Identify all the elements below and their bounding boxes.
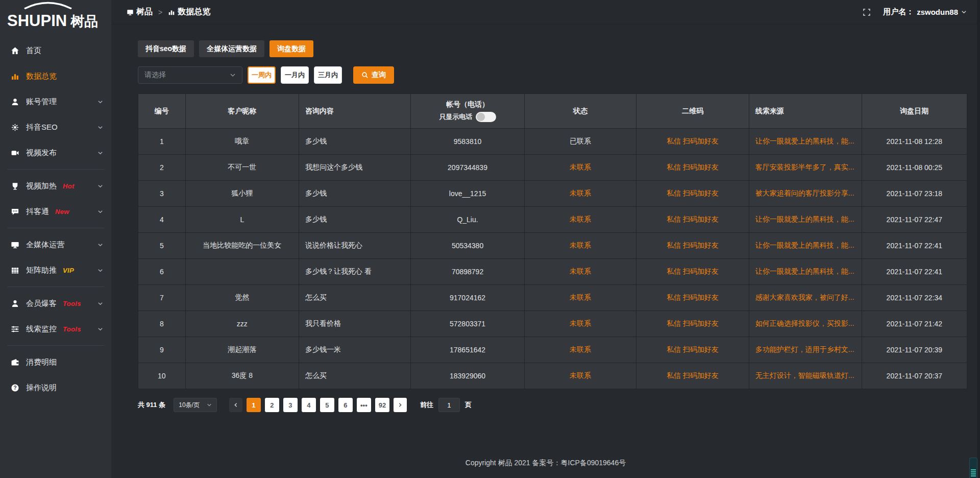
cell-source-link[interactable]: 让你一眼就爱上的黑科技，能...	[749, 129, 862, 155]
cell-nickname: 不可一世	[185, 155, 299, 181]
next-page-button[interactable]	[394, 398, 407, 412]
cell-status: 未联系	[524, 363, 636, 389]
search-button[interactable]: 查询	[353, 66, 394, 84]
page-button[interactable]: 6	[338, 398, 353, 412]
sidebar-item[interactable]: 首页	[0, 38, 111, 63]
sidebar-item[interactable]: 抖客通New	[0, 199, 111, 224]
fullscreen-icon[interactable]	[863, 8, 871, 16]
table-row: 9潮起潮落多少钱一米178651642未联系私信 扫码加好友多功能护栏灯，适用于…	[138, 337, 967, 363]
help-icon: ?	[10, 383, 19, 392]
cell-status: 未联系	[524, 311, 636, 337]
chevron-down-icon	[961, 9, 967, 15]
filter-bar: 请选择 一周内一月内三月内 查询	[138, 66, 967, 84]
cell-content: 多少钱？让我死心 看	[299, 259, 411, 285]
monitor-icon	[10, 240, 19, 249]
breadcrumb-separator: >	[158, 8, 162, 16]
chevron-down-icon	[97, 125, 103, 130]
username-value: zswodun88	[917, 8, 958, 16]
sidebar-divider	[7, 169, 104, 170]
page-button[interactable]: 1	[247, 398, 261, 412]
cell-source-link[interactable]: 感谢大家喜欢我家，被问了好...	[749, 285, 862, 311]
goto-unit: 页	[465, 400, 472, 410]
cell-source-link[interactable]: 让你一眼就爱上的黑科技，能...	[749, 233, 862, 259]
sidebar-item[interactable]: 视频加热Hot	[0, 173, 111, 199]
cell-date: 2021-11-08 00:25	[862, 155, 967, 181]
sidebar-item[interactable]: ?操作说明	[0, 375, 111, 400]
period-button[interactable]: 一周内	[248, 66, 276, 84]
period-button[interactable]: 三月内	[314, 66, 342, 84]
chevron-down-icon	[97, 268, 103, 273]
cell-source-link[interactable]: 让你一眼就爱上的黑科技，能...	[749, 259, 862, 285]
cell-nickname: 36度 8	[185, 363, 299, 389]
sidebar-item[interactable]: 账号管理	[0, 89, 111, 114]
page-button[interactable]: 3	[283, 398, 298, 412]
sidebar-item[interactable]: 视频发布	[0, 140, 111, 165]
tab-询盘数据[interactable]: 询盘数据	[270, 40, 313, 57]
sidebar-item[interactable]: 矩阵助推VIP	[0, 257, 111, 283]
sidebar-divider	[7, 345, 104, 346]
breadcrumb-item-page[interactable]: 数据总览	[168, 7, 210, 17]
cell-source-link[interactable]: 客厅安装投影半年多了，真实...	[749, 155, 862, 181]
cell-date: 2021-11-07 22:41	[862, 233, 967, 259]
page-size-select[interactable]: 10条/页	[174, 398, 217, 412]
cell-source-link[interactable]: 被大家追着问的客厅投影分享...	[749, 181, 862, 207]
sidebar-item[interactable]: 线索监控Tools	[0, 316, 111, 342]
page-button[interactable]: 5	[320, 398, 334, 412]
sidebar-item[interactable]: 数据总览	[0, 63, 111, 89]
content: 抖音seo数据全媒体运营数据询盘数据 请选择 一周内一月内三月内 查询 编号客户…	[111, 25, 980, 412]
sidebar-item-badge: Tools	[63, 300, 81, 307]
cell-qrcode-link[interactable]: 私信 扫码加好友	[636, 285, 749, 311]
cell-qrcode-link[interactable]: 私信 扫码加好友	[636, 363, 749, 389]
chart-icon	[10, 71, 19, 81]
cell-source-link[interactable]: 让你一眼就爱上的黑科技，能...	[749, 207, 862, 233]
cell-account: Q_Liu.	[411, 207, 524, 233]
page-button[interactable]: 2	[265, 398, 279, 412]
user-menu[interactable]: 用户名：zswodun88	[883, 7, 967, 17]
cell-id: 4	[138, 207, 186, 233]
svg-text:?: ?	[13, 385, 16, 390]
goto-page-input[interactable]	[438, 398, 460, 412]
pagination-ellipsis[interactable]: •••	[357, 398, 371, 412]
tab-全媒体运营数据[interactable]: 全媒体运营数据	[199, 40, 264, 57]
sidebar-item[interactable]: 会员爆客Tools	[0, 291, 111, 316]
tab-抖音seo数据[interactable]: 抖音seo数据	[138, 40, 194, 57]
sidebar-item[interactable]: 抖音SEO	[0, 114, 111, 140]
logo-text-en: SHUPIN	[7, 13, 67, 29]
sidebar-item-badge: Tools	[63, 325, 81, 333]
page-button[interactable]: 4	[302, 398, 316, 412]
cell-qrcode-link[interactable]: 私信 扫码加好友	[636, 337, 749, 363]
search-icon	[361, 71, 369, 79]
breadcrumb: 树品 > 数据总览	[127, 7, 210, 17]
period-button[interactable]: 一月内	[281, 66, 309, 84]
page-button[interactable]: 92	[375, 398, 389, 412]
sidebar-item[interactable]: 消费明细	[0, 349, 111, 375]
sidebar-divider	[7, 228, 104, 228]
filter-select[interactable]: 请选择	[138, 66, 242, 84]
cell-qrcode-link[interactable]: 私信 扫码加好友	[636, 233, 749, 259]
page-scrollbar[interactable]	[977, 0, 980, 478]
cell-status: 未联系	[524, 337, 636, 363]
phone-only-toggle[interactable]	[476, 112, 496, 122]
prev-page-button[interactable]	[229, 398, 242, 412]
floating-service-widget[interactable]	[969, 458, 977, 478]
chevron-down-icon	[97, 183, 103, 189]
sidebar-item[interactable]: 全媒体运营	[0, 232, 111, 257]
breadcrumb-item-app[interactable]: 树品	[127, 7, 153, 17]
column-header: 咨询内容	[299, 94, 411, 129]
cell-qrcode-link[interactable]: 私信 扫码加好友	[636, 129, 749, 155]
cell-id: 2	[138, 155, 186, 181]
cell-source-link[interactable]: 如何正确选择投影仪，买投影...	[749, 311, 862, 337]
cell-content: 我只看价格	[299, 311, 411, 337]
cell-qrcode-link[interactable]: 私信 扫码加好友	[636, 155, 749, 181]
cell-qrcode-link[interactable]: 私信 扫码加好友	[636, 311, 749, 337]
period-buttons: 一周内一月内三月内	[242, 66, 342, 84]
sidebar-item-label: 线索监控	[26, 324, 57, 334]
sidebar-item-label: 视频加热	[26, 181, 57, 191]
cell-source-link[interactable]: 多功能护栏灯，适用于乡村文...	[749, 337, 862, 363]
chevron-down-icon	[97, 99, 103, 105]
cell-source-link[interactable]: 无主灯设计，智能磁吸轨道灯...	[749, 363, 862, 389]
cell-qrcode-link[interactable]: 私信 扫码加好友	[636, 207, 749, 233]
cell-qrcode-link[interactable]: 私信 扫码加好友	[636, 259, 749, 285]
sidebar-item-badge: Hot	[63, 182, 75, 190]
cell-qrcode-link[interactable]: 私信 扫码加好友	[636, 181, 749, 207]
